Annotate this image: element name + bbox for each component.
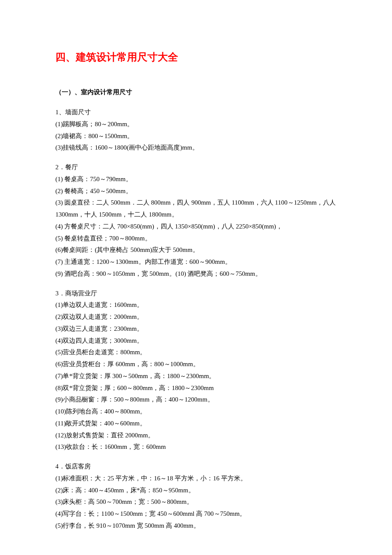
content-sections: 1、墙面尺寸(1)踢脚板高；80～200mm。(2)墙裙高：800～1500mm… bbox=[55, 107, 337, 532]
section: 1、墙面尺寸(1)踢脚板高；80～200mm。(2)墙裙高：800～1500mm… bbox=[55, 107, 337, 154]
list-item: (7) 主通道宽：1200～1300mm。内部工作道宽：600～900mm。 bbox=[55, 256, 337, 268]
list-item: (12)放射式售货架：直径 2000mm。 bbox=[55, 430, 337, 442]
section-heading: 1、墙面尺寸 bbox=[55, 107, 337, 119]
list-item: (1)标准面积：大：25 平方米，中：16～18 平方米，小：16 平方米。 bbox=[55, 473, 337, 485]
list-item: (8)双*背立货架；厚；600～800mm，高：1800～2300mm bbox=[55, 382, 337, 394]
list-item: (6)餐桌间距：(其中座椅占 500mm)应大于 500mm。 bbox=[55, 244, 337, 256]
section-subtitle: （一）、室内设计常用尺寸 bbox=[55, 86, 337, 98]
list-item: (11)敞开式货架：400～600mm。 bbox=[55, 418, 337, 430]
list-item: (9)小商品橱窗：厚：500～800mm，高：400～1200mm。 bbox=[55, 394, 337, 406]
document-page: 四、建筑设计常用尺寸大全 （一）、室内设计常用尺寸 1、墙面尺寸(1)踢脚板高；… bbox=[0, 0, 392, 555]
list-item: (10)陈列地台高：400～800mm。 bbox=[55, 406, 337, 418]
list-item: (1) 餐桌高：750～790mm。 bbox=[55, 173, 337, 185]
section-heading: 3．商场营业厅 bbox=[55, 288, 337, 300]
list-item: (4)双边四人走道宽；3000mm。 bbox=[55, 335, 337, 347]
list-item: (5) 餐桌转盘直径；700～800mm。 bbox=[55, 233, 337, 245]
section-heading: 2．餐厅 bbox=[55, 162, 337, 173]
list-item: (1)踢脚板高；80～200mm。 bbox=[55, 119, 337, 130]
section: 4．饭店客房(1)标准面积：大：25 平方米，中：16～18 平方米，小：16 … bbox=[55, 461, 337, 532]
list-item: (3)双边三人走道宽：2300mm。 bbox=[55, 323, 337, 335]
list-item: (6)营业员货柜台：厚 600mm，高：800～1000mm。 bbox=[55, 358, 337, 370]
list-item: (1)单边双人走道宽：1600mm。 bbox=[55, 299, 337, 311]
list-item: (4)写字台：长；1100～1500mm；宽 450～600mml 高 700～… bbox=[55, 508, 337, 520]
list-item: (2)床：高：400～450mm，床*高：850～950mm。 bbox=[55, 485, 337, 497]
list-item: (5)行李台，长 910～1070mm 宽 500mm 高 400mm。 bbox=[55, 520, 337, 532]
list-item: (2)双边双人走道宽：2000mm。 bbox=[55, 311, 337, 323]
list-item: (7)单*背立货架：厚 300～500mm，高：1800～2300mm。 bbox=[55, 370, 337, 382]
section: 3．商场营业厅(1)单边双人走道宽：1600mm。(2)双边双人走道宽：2000… bbox=[55, 288, 337, 454]
list-item: (9) 酒吧台高：900～1050mm，宽 500mm。(10) 酒吧凳高；60… bbox=[55, 268, 337, 280]
list-item: (3) 圆桌直径：二人 500mm．二人 800mm，四人 900mm，五人 1… bbox=[55, 197, 337, 221]
section: 2．餐厅(1) 餐桌高：750～790mm。(2) 餐椅高；450～500mm。… bbox=[55, 162, 337, 280]
section-heading: 4．饭店客房 bbox=[55, 461, 337, 473]
list-item: (3)挂镜线高：1600～1800(画中心距地面高度)mm。 bbox=[55, 142, 337, 154]
list-item: (3)床头柜：高 500～700mm；宽：500～800mm。 bbox=[55, 496, 337, 508]
list-item: (2) 餐椅高；450～500mm。 bbox=[55, 185, 337, 197]
list-item: (4) 方餐桌尺寸：二人 700×850(mm)，四人 1350×850(mm)… bbox=[55, 221, 337, 233]
page-title: 四、建筑设计常用尺寸大全 bbox=[55, 48, 337, 66]
list-item: (5)营业员柜台走道宽：800mm。 bbox=[55, 347, 337, 358]
list-item: (2)墙裙高：800～1500mm。 bbox=[55, 130, 337, 142]
list-item: (13)收款台：长：1600mm，宽：600mm bbox=[55, 441, 337, 453]
